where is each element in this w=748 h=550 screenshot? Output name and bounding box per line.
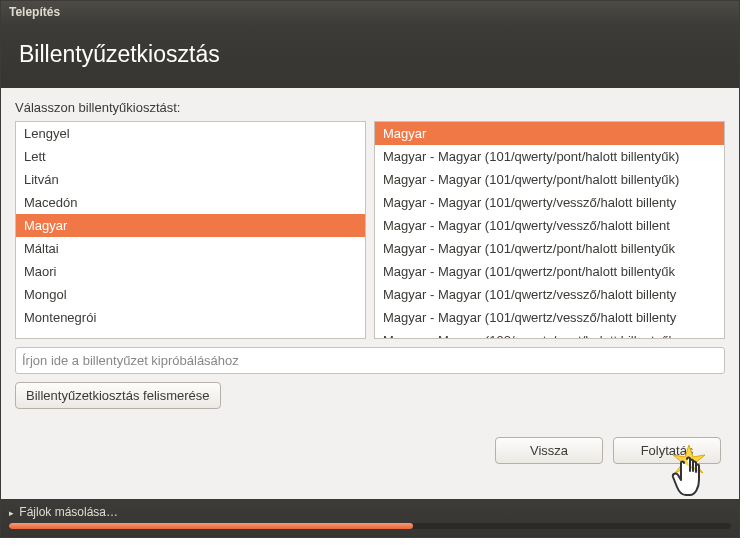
footer-expander[interactable]: ▸ Fájlok másolása…	[9, 505, 731, 519]
variant-listbox[interactable]: MagyarMagyar - Magyar (101/qwerty/pont/h…	[374, 121, 725, 339]
language-item[interactable]: Montenegrói	[16, 306, 365, 329]
variant-item[interactable]: Magyar - Magyar (101/qwerty/vessző/halot…	[375, 214, 724, 237]
variant-item[interactable]: Magyar - Magyar (101/qwerty/vessző/halot…	[375, 191, 724, 214]
variant-item[interactable]: Magyar - Magyar (101/qwertz/pont/halott …	[375, 260, 724, 283]
language-listbox[interactable]: LengyelLettLitvánMacedónMagyarMáltaiMaor…	[15, 121, 366, 339]
language-item[interactable]: Magyar	[16, 214, 365, 237]
variant-item[interactable]: Magyar - Magyar (101/qwertz/pont/halott …	[375, 237, 724, 260]
language-item[interactable]: Lengyel	[16, 122, 365, 145]
window-title: Telepítés	[9, 5, 60, 19]
language-item[interactable]: Lett	[16, 145, 365, 168]
titlebar: Telepítés	[1, 1, 739, 25]
disclosure-triangle-icon: ▸	[9, 508, 14, 518]
footer: ▸ Fájlok másolása…	[1, 499, 739, 537]
language-item[interactable]: Litván	[16, 168, 365, 191]
prompt-label: Válasszon billentyűkiosztást:	[15, 100, 725, 115]
continue-button[interactable]: Folytatás	[613, 437, 721, 464]
page-header: Billentyűzetkiosztás	[1, 25, 739, 88]
detect-layout-button[interactable]: Billentyűzetkiosztás felismerése	[15, 382, 221, 409]
language-item[interactable]: Macedón	[16, 191, 365, 214]
progress-fill	[9, 523, 413, 529]
keyboard-test-input[interactable]	[15, 347, 725, 374]
variant-item[interactable]: Magyar	[375, 122, 724, 145]
page-title: Billentyűzetkiosztás	[19, 41, 220, 67]
footer-status-label: Fájlok másolása…	[19, 505, 118, 519]
language-item[interactable]: Máltai	[16, 237, 365, 260]
variant-item[interactable]: Magyar - Magyar (101/qwertz/vessző/halot…	[375, 306, 724, 329]
variant-item[interactable]: Magyar - Magyar (101/qwertz/vessző/halot…	[375, 283, 724, 306]
progress-bar	[9, 523, 731, 529]
language-item[interactable]: Maori	[16, 260, 365, 283]
back-button[interactable]: Vissza	[495, 437, 603, 464]
variant-item[interactable]: Magyar - Magyar (101/qwerty/pont/halott …	[375, 145, 724, 168]
variant-item[interactable]: Magyar - Magyar (102/qwerty/pont/halott …	[375, 329, 724, 339]
language-item[interactable]: Mongol	[16, 283, 365, 306]
variant-item[interactable]: Magyar - Magyar (101/qwerty/pont/halott …	[375, 168, 724, 191]
